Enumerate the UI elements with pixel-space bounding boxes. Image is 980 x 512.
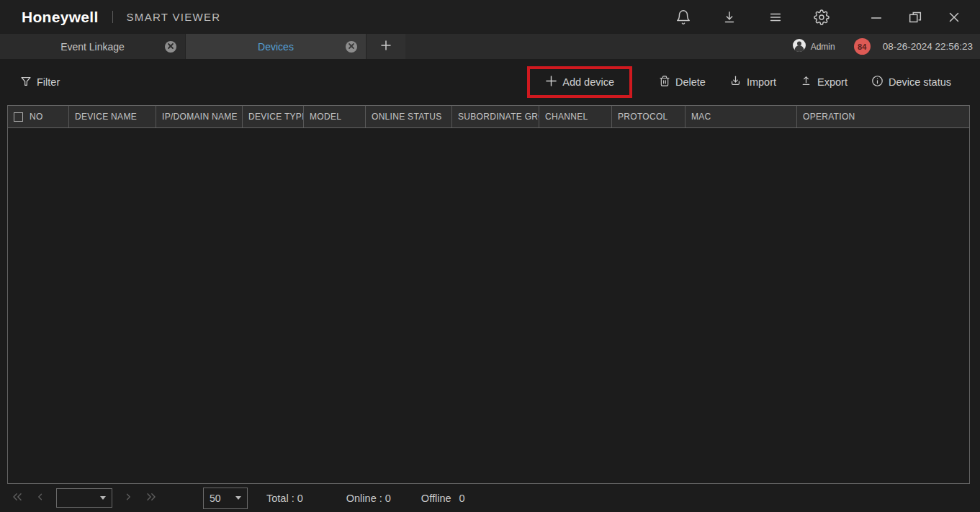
trash-icon bbox=[659, 75, 670, 89]
column-header-operation: OPERATION bbox=[797, 106, 969, 127]
next-page-button[interactable] bbox=[120, 490, 137, 507]
previous-page-button[interactable] bbox=[32, 490, 49, 507]
devices-page: Filter Add device Delete bbox=[0, 59, 980, 512]
page-number-select[interactable] bbox=[56, 488, 112, 508]
add-device-label: Add device bbox=[562, 76, 614, 88]
download-icon bbox=[721, 9, 737, 25]
select-all-checkbox[interactable] bbox=[14, 112, 23, 122]
minimize-icon bbox=[868, 9, 884, 25]
device-table-header: NO DEVICE NAME IP/DOMAIN NAME DEVICE TYP… bbox=[8, 106, 969, 128]
offline-label: Offline bbox=[421, 493, 451, 504]
column-header-subordinate-group: SUBORDINATE GROUP bbox=[452, 106, 539, 127]
filter-button[interactable]: Filter bbox=[20, 76, 60, 89]
plus-icon bbox=[545, 75, 557, 89]
column-header-online-status: ONLINE STATUS bbox=[366, 106, 452, 127]
tab-close-button[interactable] bbox=[346, 41, 357, 53]
close-window-button[interactable] bbox=[945, 9, 963, 26]
column-header-model: MODEL bbox=[304, 106, 366, 127]
brand-separator bbox=[112, 11, 113, 23]
column-header-no: NO bbox=[8, 106, 69, 127]
settings-button[interactable] bbox=[813, 9, 830, 26]
column-header-device-name: DEVICE NAME bbox=[69, 106, 156, 127]
column-header-protocol: PROTOCOL bbox=[612, 106, 685, 127]
export-button[interactable]: Export bbox=[800, 75, 848, 89]
online-count: Online : 0 bbox=[346, 493, 391, 504]
column-header-mac: MAC bbox=[685, 106, 797, 127]
first-page-button[interactable] bbox=[9, 490, 26, 507]
page-size-select[interactable]: 50 bbox=[203, 488, 248, 509]
titlebar-icons bbox=[675, 9, 963, 26]
download-center-button[interactable] bbox=[721, 9, 738, 26]
device-table: NO DEVICE NAME IP/DOMAIN NAME DEVICE TYP… bbox=[7, 105, 970, 484]
tab-close-button[interactable] bbox=[165, 41, 176, 53]
delete-button[interactable]: Delete bbox=[659, 75, 706, 89]
titlebar-app-icons bbox=[675, 9, 830, 26]
x-circle-icon bbox=[348, 41, 355, 52]
offline-count: Offline0 bbox=[421, 493, 465, 504]
dropdown-caret-icon bbox=[100, 496, 106, 500]
page-size-value: 50 bbox=[210, 493, 221, 504]
system-datetime: 08-26-2024 22:56:23 bbox=[883, 41, 973, 52]
window-controls bbox=[868, 9, 963, 26]
device-table-body-empty bbox=[8, 128, 969, 483]
gear-icon bbox=[814, 9, 830, 25]
delete-label: Delete bbox=[675, 76, 706, 88]
column-header-ip-domain-name: IP/DOMAIN NAME bbox=[156, 106, 243, 127]
plus-icon bbox=[380, 40, 392, 53]
import-button[interactable]: Import bbox=[729, 75, 776, 89]
brand-area: Honeywell SMART VIEWER bbox=[22, 9, 220, 26]
pagination-bar: 50 Total : 0 Online : 0 Offline0 bbox=[0, 484, 980, 512]
device-status-button[interactable]: Device status bbox=[871, 75, 951, 89]
export-label: Export bbox=[817, 76, 848, 88]
tabbar-right: Admin 84 08-26-2024 22:56:23 bbox=[792, 34, 973, 59]
notification-count-badge[interactable]: 84 bbox=[854, 38, 871, 55]
x-circle-icon bbox=[167, 41, 174, 52]
total-count: Total : 0 bbox=[266, 493, 303, 504]
add-device-highlight-box: Add device bbox=[527, 66, 632, 98]
offline-value: 0 bbox=[459, 493, 465, 504]
chevron-right-icon bbox=[122, 490, 135, 506]
restore-button[interactable] bbox=[907, 9, 924, 26]
filter-funnel-icon bbox=[20, 76, 32, 89]
column-header-device-type: DEVICE TYPE bbox=[243, 106, 304, 127]
import-label: Import bbox=[747, 76, 776, 88]
toolbar-actions: Add device Delete Import bbox=[527, 66, 951, 98]
user-account[interactable]: Admin bbox=[792, 38, 835, 55]
tab-label: Event Linkage bbox=[60, 41, 125, 53]
last-page-button[interactable] bbox=[143, 490, 160, 507]
column-header-channel: CHANNEL bbox=[539, 106, 612, 127]
tab-label: Devices bbox=[258, 41, 294, 53]
user-name-label: Admin bbox=[811, 42, 835, 52]
main-menu-button[interactable] bbox=[767, 9, 784, 26]
export-icon bbox=[800, 75, 812, 89]
device-toolbar: Filter Add device Delete bbox=[0, 59, 980, 105]
minimize-button[interactable] bbox=[868, 9, 885, 26]
info-circle-icon bbox=[871, 75, 884, 89]
filter-label: Filter bbox=[37, 76, 60, 88]
restore-window-icon bbox=[907, 9, 923, 25]
column-label: NO bbox=[30, 112, 43, 122]
hamburger-menu-icon bbox=[768, 9, 783, 25]
dropdown-caret-icon bbox=[235, 496, 241, 500]
tabbar: Event Linkage Devices bbox=[0, 34, 980, 59]
new-tab-button[interactable] bbox=[367, 34, 405, 59]
chevrons-left-icon bbox=[10, 490, 24, 506]
chevron-left-icon bbox=[34, 490, 47, 506]
bell-icon bbox=[675, 9, 691, 25]
notifications-button[interactable] bbox=[675, 9, 692, 26]
chevrons-right-icon bbox=[144, 490, 158, 506]
titlebar: Honeywell SMART VIEWER bbox=[0, 0, 980, 34]
tab-devices[interactable]: Devices bbox=[186, 34, 367, 59]
user-avatar-icon bbox=[792, 38, 806, 55]
smart-viewer-window: Honeywell SMART VIEWER bbox=[0, 0, 980, 512]
close-icon bbox=[946, 9, 962, 25]
add-device-button[interactable]: Add device bbox=[545, 75, 614, 89]
tab-event-linkage[interactable]: Event Linkage bbox=[0, 34, 186, 59]
import-icon bbox=[729, 75, 742, 89]
device-status-label: Device status bbox=[889, 76, 951, 88]
honeywell-logo: Honeywell bbox=[22, 9, 99, 26]
app-title: SMART VIEWER bbox=[127, 11, 221, 23]
